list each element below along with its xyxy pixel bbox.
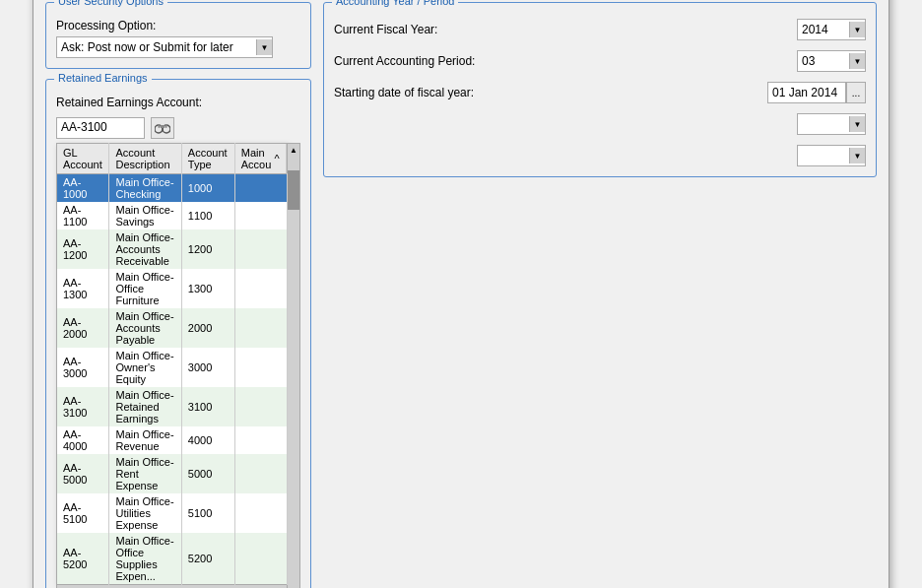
table-row[interactable]: AA-1000 Main Office-Checking 1000 [57,174,288,203]
user-security-title: User Security Options [54,0,167,7]
cell-gl: AA-5100 [57,493,109,533]
cell-desc: Main Office-Accounts Receivable [109,229,181,269]
cell-main [234,493,287,533]
fiscal-year-select-value: 2014 [798,23,849,36]
starting-date-label: Starting date of fiscal year: [334,86,474,99]
extra-select-2-arrow[interactable]: ▼ [849,148,865,163]
cell-gl: AA-1200 [57,229,109,269]
starting-date-field[interactable]: 01 Jan 2014 [767,82,846,103]
extra-select-1-arrow[interactable]: ▼ [849,116,865,132]
fiscal-year-arrow[interactable]: ▼ [849,22,865,37]
accounting-year-title: Accounting Year / Period [332,0,458,7]
cell-main [234,229,287,269]
vertical-scrollbar[interactable]: ▲ ▼ [288,143,300,588]
cell-desc: Main Office-Revenue [109,426,181,454]
table-row[interactable]: AA-5200 Main Office-Office Supplies Expe… [57,533,288,585]
cell-main [234,533,287,585]
accounting-year-group: Accounting Year / Period Current Fiscal … [323,2,877,177]
retained-account-input[interactable]: AA-3100 [56,117,145,139]
cell-type: 4000 [181,426,234,454]
processing-option-select[interactable]: Ask: Post now or Submit for later ▼ [56,36,273,58]
cell-type: 3100 [181,387,234,426]
cell-type: 1200 [181,229,234,269]
processing-option-arrow[interactable]: ▼ [256,39,272,55]
right-panel: Accounting Year / Period Current Fiscal … [323,2,877,588]
cell-type: 1100 [181,202,234,229]
cell-gl: AA-3000 [57,348,109,387]
svg-rect-21 [159,124,161,128]
svg-rect-20 [161,125,165,128]
table-row[interactable]: AA-3100 Main Office-Retained Earnings 31… [57,387,288,426]
dropdown-table-wrapper: GL Account Account Description Account T… [56,143,288,588]
cell-desc: Main Office-Office Supplies Expen... [109,533,181,585]
accounting-period-select[interactable]: 03 ▼ [797,50,866,72]
processing-select-row: Ask: Post now or Submit for later ▼ [56,36,300,58]
fiscal-year-select[interactable]: 2014 ▼ [797,19,866,40]
user-security-group: User Security Options Processing Option:… [45,2,311,69]
processing-option-row: Processing Option: [56,19,300,33]
cell-type: 5200 [181,533,234,585]
cell-gl: AA-5200 [57,533,109,585]
content-area: User Security Options Processing Option:… [33,0,889,588]
scroll-thumb[interactable] [288,170,299,210]
cell-main [234,202,287,229]
cell-desc: Main Office-Office Furniture [109,269,181,308]
cell-type: 3000 [181,348,234,387]
table-row[interactable]: AA-1100 Main Office-Savings 1100 [57,202,288,229]
cell-desc: Main Office-Savings [109,202,181,229]
cell-type: 1300 [181,269,234,308]
cell-desc: Main Office-Retained Earnings [109,387,181,426]
svg-rect-22 [165,124,167,128]
cell-main [234,426,287,454]
accounting-period-value: 03 ▼ [797,50,866,72]
retained-account-label: Retained Earnings Account: [56,96,202,109]
extra-select-2[interactable]: ▼ [797,145,866,166]
retained-account-input-row: AA-3100 [56,117,300,139]
starting-date-ellipsis[interactable]: ... [846,82,866,103]
accounting-period-select-value: 03 [798,54,849,68]
col-header-desc: Account Description [109,144,181,174]
cell-main [234,269,287,308]
retained-account-row: Retained Earnings Account: [56,96,300,109]
retained-earnings-group: Retained Earnings Retained Earnings Acco… [45,79,311,588]
cell-gl: AA-1300 [57,269,109,308]
cell-main [234,454,287,493]
cell-gl: AA-1100 [57,202,109,229]
cell-type: 1000 [181,174,234,203]
extra-select-1[interactable]: ▼ [797,113,866,135]
table-row[interactable]: AA-5000 Main Office-Rent Expense 5000 [57,454,288,493]
accounting-period-label: Current Accounting Period: [334,54,475,68]
cell-type: 5100 [181,493,234,533]
fiscal-year-value: 2014 ▼ [797,19,866,40]
extra-selects-row: ▼ [334,113,866,135]
retained-account-lookup-btn[interactable] [151,117,174,139]
cell-gl: AA-2000 [57,308,109,348]
col-header-main: Main Accou ^ [235,144,287,173]
cell-gl: AA-4000 [57,426,109,454]
table-row[interactable]: AA-1300 Main Office-Office Furniture 130… [57,269,288,308]
accounting-period-arrow[interactable]: ▼ [849,53,865,69]
cell-main [234,387,287,426]
table-row[interactable]: AA-4000 Main Office-Revenue 4000 [57,426,288,454]
lookup-icon [155,122,170,134]
left-panel: User Security Options Processing Option:… [45,2,311,588]
cell-desc: Main Office-Utilities Expense [109,493,181,533]
retained-account-value: AA-3100 [61,120,107,134]
table-row[interactable]: AA-2000 Main Office-Accounts Payable 200… [57,308,288,348]
fiscal-year-label: Current Fiscal Year: [334,23,437,36]
extra-selects-row2: ▼ [334,145,866,166]
table-row[interactable]: AA-5100 Main Office-Utilities Expense 51… [57,493,288,533]
cell-type: 2000 [181,308,234,348]
col-header-gl: GL Account [57,144,109,174]
table-row[interactable]: AA-1200 Main Office-Accounts Receivable … [57,229,288,269]
table-row[interactable]: AA-3000 Main Office-Owner's Equity 3000 [57,348,288,387]
account-dropdown: GL Account Account Description Account T… [56,143,300,588]
main-window: GL Account Query "Premium Application So… [33,0,889,588]
starting-date-value: 01 Jan 2014 ... [767,82,866,103]
scroll-up-arrow[interactable]: ▲ [288,144,299,157]
dropdown-with-scrollbar: GL Account Account Description Account T… [56,143,300,588]
cell-desc: Main Office-Accounts Payable [109,308,181,348]
retained-earnings-title: Retained Earnings [54,72,152,84]
cell-desc: Main Office-Owner's Equity [109,348,181,387]
account-table: GL Account Account Description Account T… [56,143,288,585]
